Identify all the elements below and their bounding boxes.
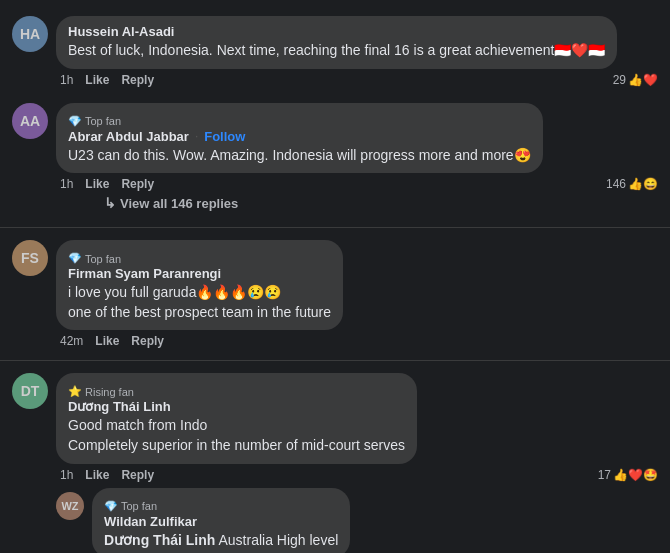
view-all-replies-button[interactable]: ↳ View all 146 replies (56, 191, 658, 215)
comment-bubble: ⭐ Rising fan Dương Thái Linh Good match … (56, 373, 417, 463)
comment-item: HA Hussein Al-Asadi Best of luck, Indone… (0, 8, 670, 95)
author-name: Hussein Al-Asadi (68, 24, 174, 39)
comment-bubble: Hussein Al-Asadi Best of luck, Indonesia… (56, 16, 617, 69)
author-line: Firman Syam Paranrengi (68, 266, 331, 281)
comment-time: 42m (60, 334, 83, 348)
author-line: Dương Thái Linh (68, 399, 405, 414)
comment-time: 1h (60, 73, 73, 87)
reply-item: WZ 💎 Top fan Wildan Zulfikar Dương Thái … (56, 482, 658, 553)
diamond-icon: 💎 (104, 500, 118, 513)
reply-button[interactable]: Reply (131, 334, 164, 348)
avatar: FS (12, 240, 48, 276)
author-name: Dương Thái Linh (68, 399, 171, 414)
reaction-emojis: 👍❤️ (628, 73, 658, 87)
divider (0, 360, 670, 361)
like-button[interactable]: Like (85, 73, 109, 87)
comment-text: i love you full garuda🔥🔥🔥😢😢one of the be… (68, 283, 331, 322)
comment-actions: 1h Like Reply 29 👍❤️ (56, 73, 658, 87)
reply-button[interactable]: Reply (121, 468, 154, 482)
author-line: Abrar Abdul Jabbar · Follow (68, 129, 531, 144)
mention: Dương Thái Linh (104, 532, 215, 548)
reaction-emojis: 👍😄 (628, 177, 658, 191)
like-button[interactable]: Like (85, 177, 109, 191)
comment-bubble: 💎 💎 Top fan Abrar Abdul Jabbar · Follow … (56, 103, 543, 174)
comment-bubble: 💎 Top fan Wildan Zulfikar Dương Thái Lin… (92, 488, 350, 553)
top-fan-badge: 💎 Top fan (68, 252, 121, 265)
comment-body: 💎 Top fan Firman Syam Paranrengi i love … (56, 240, 658, 348)
reply-arrow-icon: ↳ (104, 195, 116, 211)
comment-bubble: 💎 Top fan Firman Syam Paranrengi i love … (56, 240, 343, 330)
avatar: AA (12, 103, 48, 139)
reaction-count: 146 👍😄 (606, 177, 658, 191)
like-button[interactable]: Like (85, 468, 109, 482)
avatar: DT (12, 373, 48, 409)
rising-fan-badge: ⭐ Rising fan (68, 385, 134, 398)
comment-actions: 1h Like Reply 17 👍❤️🤩 (56, 468, 658, 482)
reaction-count: 29 👍❤️ (613, 73, 658, 87)
follow-button[interactable]: Follow (204, 129, 245, 144)
comment-body: 💎 💎 Top fan Abrar Abdul Jabbar · Follow … (56, 103, 658, 216)
comment-body: 💎 Top fan Wildan Zulfikar Dương Thái Lin… (92, 488, 646, 553)
reaction-count: 17 👍❤️🤩 (598, 468, 658, 482)
author-line: Hussein Al-Asadi (68, 24, 605, 39)
comment-item: AA 💎 💎 Top fan Abrar Abdul Jabbar · Foll… (0, 95, 670, 224)
author-name: Abrar Abdul Jabbar (68, 129, 189, 144)
avatar: HA (12, 16, 48, 52)
comment-text: Dương Thái Linh Australia High level (104, 531, 338, 551)
comment-text: Good match from Indo Completely superior… (68, 416, 405, 455)
diamond-icon: 💎 (68, 252, 82, 265)
comment-body: ⭐ Rising fan Dương Thái Linh Good match … (56, 373, 658, 553)
comment-time: 1h (60, 177, 73, 191)
comment-actions: 42m Like Reply (56, 334, 658, 348)
star-icon: ⭐ (68, 385, 82, 398)
comment-item: DT ⭐ Rising fan Dương Thái Linh Good mat… (0, 365, 670, 553)
reply-button[interactable]: Reply (121, 73, 154, 87)
top-fan-badge: 💎 💎 Top fan (68, 115, 121, 128)
top-fan-badge: 💎 Top fan (104, 500, 157, 513)
like-button[interactable]: Like (95, 334, 119, 348)
comment-text: U23 can do this. Wow. Amazing. Indonesia… (68, 146, 531, 166)
comment-item: FS 💎 Top fan Firman Syam Paranrengi i lo… (0, 232, 670, 356)
comment-actions: 1h Like Reply 146 👍😄 (56, 177, 658, 191)
comments-container: HA Hussein Al-Asadi Best of luck, Indone… (0, 0, 670, 553)
comment-body: Hussein Al-Asadi Best of luck, Indonesia… (56, 16, 658, 87)
comment-text: Best of luck, Indonesia. Next time, reac… (68, 41, 605, 61)
author-name: Wildan Zulfikar (104, 514, 197, 529)
reaction-emojis: 👍❤️🤩 (613, 468, 658, 482)
avatar: WZ (56, 492, 84, 520)
diamond-icon: 💎 (68, 115, 82, 128)
author-line: Wildan Zulfikar (104, 514, 338, 529)
author-name: Firman Syam Paranrengi (68, 266, 221, 281)
comment-time: 1h (60, 468, 73, 482)
divider (0, 227, 670, 228)
reply-button[interactable]: Reply (121, 177, 154, 191)
